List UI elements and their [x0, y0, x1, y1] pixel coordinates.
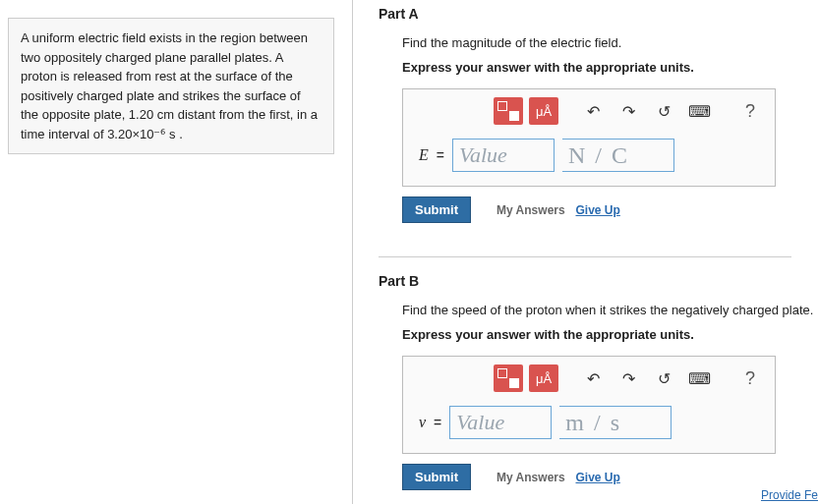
part-b-my-answers: My Answers — [497, 471, 565, 484]
help-icon[interactable]: ? — [735, 97, 765, 125]
problem-statement: A uniform electric field exists in the r… — [8, 18, 334, 154]
part-a-toolbar: μÅ ↶ ↷ ↺ ⌨ ? — [403, 89, 775, 133]
part-a-give-up-link[interactable]: Give Up — [576, 203, 620, 217]
part-a-submit-button[interactable]: Submit — [402, 196, 471, 223]
part-b-prompt: Find the speed of the proton when it str… — [379, 303, 818, 317]
part-a-answer-box: μÅ ↶ ↷ ↺ ⌨ ? E = Value N / C — [402, 88, 776, 187]
part-b-variable: v — [419, 414, 426, 431]
part-divider — [379, 256, 791, 257]
part-b-value-input[interactable]: Value — [449, 406, 552, 439]
undo-icon[interactable]: ↶ — [578, 364, 608, 392]
part-b-submit-button[interactable]: Submit — [402, 464, 471, 490]
part-a-value-input[interactable]: Value — [452, 139, 555, 172]
part-a: Part A Find the magnitude of the electri… — [379, 6, 818, 223]
part-b-give-up-link[interactable]: Give Up — [576, 471, 620, 484]
part-b: Part B Find the speed of the proton when… — [379, 273, 818, 490]
part-a-title: Part A — [379, 6, 818, 22]
equals-sign: = — [437, 147, 444, 163]
part-a-my-answers: My Answers — [497, 203, 565, 217]
part-b-units-input[interactable]: m / s — [559, 406, 672, 439]
redo-icon[interactable]: ↷ — [614, 97, 643, 125]
templates-icon[interactable] — [494, 97, 523, 125]
part-a-variable: E — [419, 146, 429, 164]
redo-icon[interactable]: ↷ — [614, 364, 643, 392]
reset-icon[interactable]: ↺ — [649, 364, 678, 392]
keyboard-icon[interactable]: ⌨ — [684, 97, 714, 125]
provide-feedback-link[interactable]: Provide Fe — [761, 488, 818, 502]
equals-sign: = — [434, 415, 441, 430]
part-b-toolbar: μÅ ↶ ↷ ↺ ⌨ ? — [403, 357, 775, 400]
part-b-instruction: Express your answer with the appropriate… — [379, 327, 818, 342]
units-icon[interactable]: μÅ — [529, 97, 558, 125]
templates-icon[interactable] — [494, 364, 523, 392]
undo-icon[interactable]: ↶ — [578, 97, 608, 125]
part-b-answer-box: μÅ ↶ ↷ ↺ ⌨ ? v = Value m / s — [402, 356, 776, 454]
part-a-instruction: Express your answer with the appropriate… — [379, 60, 818, 75]
part-a-units-input[interactable]: N / C — [562, 139, 674, 172]
keyboard-icon[interactable]: ⌨ — [684, 364, 714, 392]
units-icon[interactable]: μÅ — [529, 364, 558, 392]
help-icon[interactable]: ? — [735, 364, 765, 392]
part-b-title: Part B — [379, 273, 818, 289]
reset-icon[interactable]: ↺ — [649, 97, 678, 125]
part-a-prompt: Find the magnitude of the electric field… — [379, 35, 818, 50]
